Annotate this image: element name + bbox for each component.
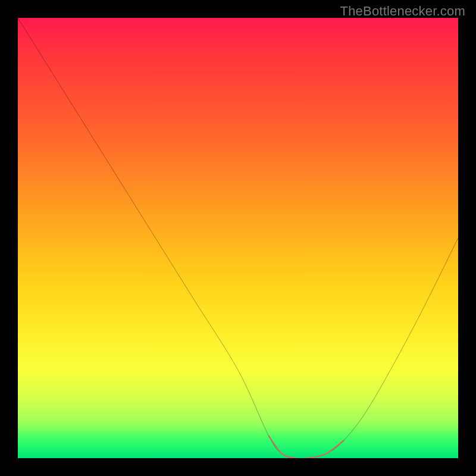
trough-highlight-path: [269, 436, 344, 458]
plot-area: [18, 18, 458, 458]
main-curve-path: [18, 18, 458, 458]
chart-frame: TheBottlenecker.com: [0, 0, 476, 476]
curve-layer: [18, 18, 458, 458]
source-attribution: TheBottlenecker.com: [340, 4, 465, 19]
